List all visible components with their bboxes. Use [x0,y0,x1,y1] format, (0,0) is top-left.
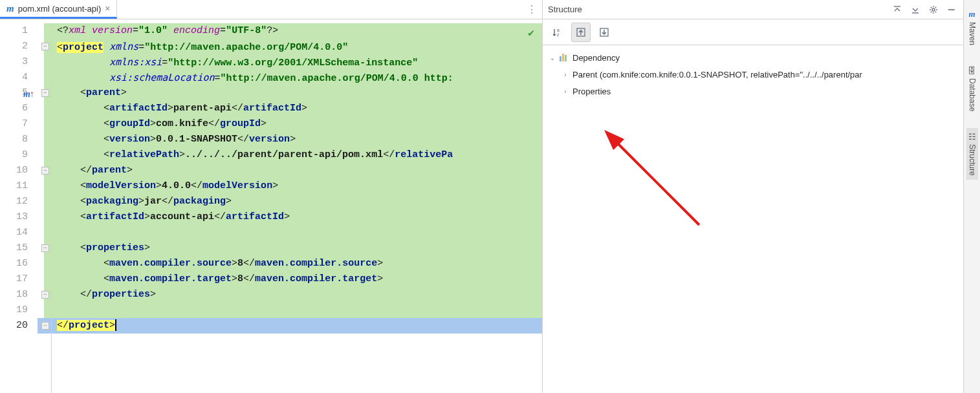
code-line-current[interactable]: </project> [38,318,542,334]
more-icon[interactable]: ⋮ [527,3,537,16]
line-number[interactable]: 11 [0,178,37,194]
line-number[interactable]: 7 [0,116,37,132]
code-line[interactable]: <project xmlns="http://maven.apache.org/… [38,39,542,54]
code-line[interactable]: <?xml version="1.0" encoding="UTF-8"?> [38,23,542,39]
right-tool-bar: mMaven 🗄Database ☷Structure [963,0,980,393]
code-line[interactable]: xsi:schemaLocation="http://maven.apache.… [38,70,542,85]
chevron-right-icon[interactable]: › [561,88,570,95]
maven-marker-icon[interactable]: m↑ [23,87,34,102]
tool-window-maven[interactable]: mMaven [966,5,978,49]
minimize-icon[interactable] [945,3,958,16]
line-number[interactable]: 5m↑ [0,85,37,101]
tree-node-properties[interactable]: › Properties [545,83,961,100]
line-number[interactable]: 13 [0,209,37,225]
code-line[interactable]: <version>0.0.1-SNAPSHOT</version> [38,132,542,147]
line-number[interactable]: 3 [0,54,37,70]
fold-end-icon[interactable]: − [41,322,49,330]
structure-title: Structure [548,5,886,14]
code-line[interactable]: <maven.compiler.target>8</maven.compiler… [38,271,542,287]
tool-window-structure[interactable]: ☷Structure [966,128,978,180]
autoscroll-to-source-button[interactable] [571,23,591,42]
line-number[interactable]: 4 [0,70,37,85]
svg-text:a: a [557,28,560,32]
sort-alpha-button[interactable]: az [548,23,567,42]
fold-column: − − − − − − [40,23,52,393]
inspection-ok-icon[interactable]: ✔ [528,26,534,41]
database-icon: 🗄 [968,66,976,76]
structure-toolbar: az [543,19,963,45]
line-number[interactable]: 12 [0,194,37,209]
svg-line-8 [615,141,699,225]
svg-point-2 [932,8,935,11]
code-line[interactable]: xmlns:xsi="http://www.w3.org/2001/XMLSch… [38,54,542,70]
chevron-down-icon[interactable]: ⌄ [548,54,557,61]
svg-text:z: z [557,32,560,37]
line-number[interactable]: 16 [0,256,37,271]
tool-window-database[interactable]: 🗄Database [966,62,978,115]
maven-icon: m [968,9,975,19]
code-line[interactable]: <modelVersion>4.0.0</modelVersion> [38,178,542,194]
structure-tree: ⌄ Dependency › Parent (com.knife:com.kni… [543,45,963,393]
line-number[interactable]: 6 [0,101,37,116]
line-number[interactable]: 2 [0,39,37,54]
fold-end-icon[interactable]: − [41,167,49,175]
annotation-arrow [602,128,719,244]
line-number[interactable]: 9 [0,147,37,163]
line-number[interactable]: 14 [0,225,37,240]
gutter: 1 2 3 4 5m↑ 6 7 8 9 10 11 12 13 14 15 16… [0,19,38,393]
expand-all-icon[interactable] [891,3,904,16]
code-line[interactable]: <artifactId>parent-api</artifactId> [38,101,542,116]
autoscroll-from-source-button[interactable] [594,23,614,42]
editor-tab[interactable]: m pom.xml (account-api) × [0,0,117,19]
tree-node-dependency[interactable]: ⌄ Dependency [545,49,961,66]
code-line[interactable]: <groupId>com.knife</groupId> [38,116,542,132]
tab-bar-spacer: ⋮ [117,0,542,19]
code-line[interactable]: <maven.compiler.source>8</maven.compiler… [38,256,542,271]
line-number[interactable]: 10 [0,163,37,178]
line-number[interactable]: 8 [0,132,37,147]
collapse-all-icon[interactable] [909,3,922,16]
code-line[interactable]: <artifactId>account-api</artifactId> [38,209,542,225]
editor-panel: m pom.xml (account-api) × ⋮ ✔ 1 2 3 4 5m… [0,0,543,393]
code-line[interactable] [38,303,542,318]
tab-bar: m pom.xml (account-api) × ⋮ [0,0,542,19]
structure-icon: ☷ [968,132,976,142]
settings-icon[interactable] [927,3,940,16]
fold-toggle-icon[interactable]: − [41,43,49,50]
tab-label: pom.xml (account-api) [18,4,102,14]
code-line[interactable]: <properties> [38,240,542,256]
code-line[interactable]: <parent> [38,85,542,101]
structure-header: Structure [543,0,963,19]
line-number[interactable]: 15 [0,240,37,256]
fold-toggle-icon[interactable]: − [41,244,49,252]
chevron-right-icon[interactable]: › [561,71,570,78]
line-number[interactable]: 19 [0,303,37,318]
text-cursor [115,319,116,331]
fold-end-icon[interactable]: − [41,291,49,299]
dependency-icon [560,54,570,61]
code-line[interactable]: </parent> [38,163,542,178]
code-line[interactable]: <packaging>jar</packaging> [38,194,542,209]
line-number[interactable]: 1 [0,23,37,39]
close-icon[interactable]: × [105,3,110,14]
structure-panel: Structure az ⌄ Dependency › Parent (com.… [543,0,963,393]
code-line[interactable]: <relativePath>../../../parent/parent-api… [38,147,542,163]
code-area[interactable]: − − − − − − <?xml version="1.0" encoding… [38,19,542,393]
tree-node-parent[interactable]: › Parent (com.knife:com.knife:0.0.1-SNAP… [545,66,961,83]
maven-file-icon: m [6,3,14,14]
code-editor[interactable]: ✔ 1 2 3 4 5m↑ 6 7 8 9 10 11 12 13 14 15 … [0,19,542,393]
code-line[interactable]: </properties> [38,287,542,303]
line-number[interactable]: 17 [0,271,37,287]
code-line[interactable] [38,225,542,240]
line-number[interactable]: 18 [0,287,37,303]
line-number[interactable]: 20 [0,318,37,334]
fold-toggle-icon[interactable]: − [41,89,49,97]
